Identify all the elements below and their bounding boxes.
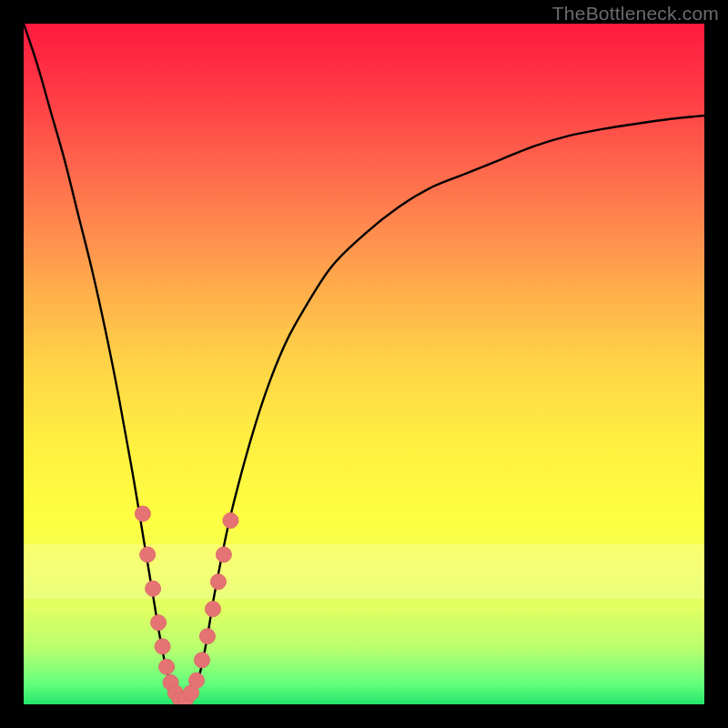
watermark-text: TheBottleneck.com xyxy=(552,3,719,25)
curve-marker xyxy=(135,506,150,521)
curve-marker xyxy=(146,581,161,596)
curve-marker xyxy=(159,659,175,674)
curve-marker xyxy=(140,547,156,562)
curve-marker xyxy=(199,629,215,644)
curve-marker xyxy=(210,574,226,590)
curve-marker xyxy=(223,513,238,529)
chart-frame: TheBottleneck.com xyxy=(0,0,728,728)
curve-marker xyxy=(155,639,170,654)
curve-markers xyxy=(135,506,238,704)
curve-marker xyxy=(151,615,167,631)
chart-overlay-svg xyxy=(24,24,704,704)
curve-marker xyxy=(205,602,220,617)
plot-area xyxy=(24,24,704,704)
curve-marker xyxy=(216,547,231,562)
curve-marker xyxy=(188,672,204,688)
curve-marker xyxy=(194,652,209,668)
bottleneck-curve xyxy=(24,24,704,704)
